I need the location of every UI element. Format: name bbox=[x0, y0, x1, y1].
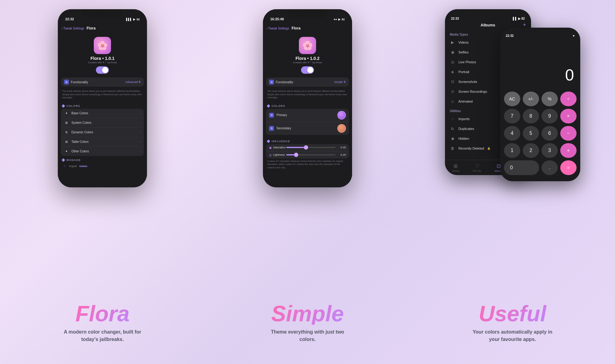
calc-btn-percent[interactable]: % bbox=[542, 92, 558, 106]
func-mode-2[interactable]: Simple ⇅ bbox=[334, 80, 346, 84]
animated-label: Animated bbox=[458, 100, 473, 103]
color-row-primary[interactable]: ⊞ Primary bbox=[266, 109, 349, 122]
status-time-2: 16:25:48 bbox=[270, 17, 284, 21]
lightness-thumb[interactable] bbox=[294, 153, 298, 157]
calc-btn-6[interactable]: 6 bbox=[542, 126, 558, 141]
simple-big-label: Simple bbox=[271, 303, 344, 325]
functionality-row-2[interactable]: ⊞ Functionality Simple ⇅ bbox=[266, 77, 349, 87]
system-colors-icon: ⊞ bbox=[64, 120, 69, 125]
bottom-panel-flora: Flora A modern color changer, built for … bbox=[0, 296, 205, 364]
list-item-other-colors[interactable]: ✦ Other Colors › bbox=[61, 147, 144, 156]
main-toggle-1[interactable] bbox=[96, 66, 109, 74]
nav-bar-2[interactable]: ‹ Tweak Settings Flora bbox=[263, 23, 352, 34]
calc-btn-2[interactable]: 2 bbox=[523, 143, 539, 158]
color-row-secondary[interactable]: ⊞ Secondary bbox=[266, 122, 349, 135]
panel-flora: 22:32 ▌▌▌ ▶ 82 ‹ Tweak Settings Flora bbox=[0, 0, 205, 296]
bottom-panel-simple: Simple Theme everything with just two co… bbox=[205, 296, 410, 364]
useful-big-label: Useful bbox=[479, 303, 546, 325]
nav-title-2: Flora bbox=[292, 26, 300, 30]
hidden-label: Hidden bbox=[458, 137, 469, 140]
status-time-1: 22:32 bbox=[65, 17, 74, 21]
calc-btn-3[interactable]: 3 bbox=[542, 143, 558, 158]
recently-deleted-icon: 🗑 bbox=[450, 146, 455, 151]
livephotos-icon: ◎ bbox=[450, 59, 455, 65]
base-colors-icon: ✦ bbox=[64, 111, 69, 116]
func-icon-1: ⊞ bbox=[64, 80, 69, 84]
videos-icon: ▶ bbox=[450, 40, 455, 45]
list-item-system-colors[interactable]: ⊞ System Colors › bbox=[61, 118, 144, 128]
func-icon-2: ⊞ bbox=[269, 80, 274, 84]
func-mode-1[interactable]: Advanced ⇅ bbox=[125, 80, 141, 84]
phone-frame-2: 16:25:48 ●● ▶ 82 ‹ Tweak Settings Flora bbox=[263, 9, 352, 187]
panel-simple: 16:25:48 ●● ▶ 82 ‹ Tweak Settings Flora bbox=[205, 0, 410, 296]
calc-btn-divide[interactable]: ÷ bbox=[560, 92, 577, 106]
functionality-row-1[interactable]: ⊞ Functionality Advanced ⇅ bbox=[61, 77, 144, 87]
status-bar-1: 22:32 ▌▌▌ ▶ 82 bbox=[58, 9, 147, 23]
secondary-icon: ⊞ bbox=[269, 126, 274, 131]
nav-title-1: Flora bbox=[86, 26, 95, 30]
other-colors-icon: ✦ bbox=[64, 149, 69, 154]
toggle-container-2[interactable] bbox=[301, 66, 314, 75]
nav-bar-1[interactable]: ‹ Tweak Settings Flora bbox=[58, 23, 147, 34]
screenrecordings-label: Screen Recordings bbox=[458, 90, 487, 93]
other-colors-label: Other Colors bbox=[71, 150, 89, 153]
calc-btn-7[interactable]: 7 bbox=[504, 109, 520, 123]
bottom-section: Flora A modern color changer, built for … bbox=[0, 296, 615, 364]
calc-btn-multiply[interactable]: × bbox=[560, 109, 577, 123]
lightness-track[interactable] bbox=[286, 154, 335, 155]
saturation-value: 0.40 bbox=[337, 146, 346, 149]
secondary-swatch[interactable] bbox=[337, 124, 346, 133]
calc-btn-9[interactable]: 9 bbox=[542, 109, 558, 123]
nav-back-1[interactable]: ‹ Tweak Settings bbox=[62, 27, 84, 30]
photos-add-button[interactable]: + bbox=[523, 22, 526, 28]
portrait-icon: ◈ bbox=[450, 69, 455, 75]
toggle-knob-1 bbox=[102, 67, 108, 73]
saturation-thumb[interactable] bbox=[304, 145, 308, 150]
primary-swatch[interactable] bbox=[337, 111, 346, 119]
calc-btn-add[interactable]: + bbox=[560, 143, 577, 158]
calc-btn-decimal[interactable]: . bbox=[542, 160, 558, 175]
dynamic-colors-icon: ⇅ bbox=[64, 130, 69, 135]
nav-back-2[interactable]: ‹ Tweak Settings bbox=[267, 27, 289, 30]
colors-list-1: ✦ Base Colors › ⊞ System Colors › bbox=[61, 109, 144, 156]
influence-section: INFLUENCE ◉ Saturation bbox=[266, 137, 349, 171]
calc-btn-4[interactable]: 4 bbox=[504, 126, 520, 141]
saturation-track[interactable] bbox=[286, 147, 335, 148]
list-item-dynamic-colors[interactable]: ⇅ Dynamic Colors › bbox=[61, 128, 144, 137]
tab-library[interactable]: ⊞ Library bbox=[445, 160, 466, 175]
flora-app-subtitle-1: Created with ✦♡ by Rosie bbox=[88, 61, 117, 64]
calc-btn-subtract[interactable]: − bbox=[560, 126, 577, 141]
tab-for-you[interactable]: ♡ For You bbox=[466, 160, 488, 175]
calc-btn-equals[interactable]: = bbox=[560, 160, 577, 175]
duplicates-icon: ⧉ bbox=[450, 126, 455, 131]
panel-useful: 22:33 ▌▌ ▶ 82 Albums + Media Types ▶ Vid… bbox=[410, 0, 615, 296]
import-row-1[interactable]: ↑ Import Colors bbox=[61, 162, 144, 170]
phone-screen-2: 16:25:48 ●● ▶ 82 ‹ Tweak Settings Flora bbox=[263, 9, 352, 187]
photos-status-icons: ▌▌ ▶ 82 bbox=[513, 17, 525, 20]
calc-display: 0 bbox=[500, 39, 580, 89]
list-item-table-colors[interactable]: ⊞ Table Colors › bbox=[61, 137, 144, 147]
phone-frame-1: 22:32 ▌▌▌ ▶ 82 ‹ Tweak Settings Flora bbox=[58, 9, 147, 187]
portrait-label: Portrait bbox=[458, 70, 469, 74]
flora-app-icon-1: 🌸 bbox=[94, 37, 111, 54]
calc-btn-5[interactable]: 5 bbox=[523, 126, 539, 141]
videos-label: Videos bbox=[458, 41, 469, 44]
calc-btn-ac[interactable]: AC bbox=[504, 92, 520, 106]
calc-btn-8[interactable]: 8 bbox=[523, 109, 539, 123]
func-label-text-1: Functionality bbox=[71, 80, 88, 84]
animated-icon: ◇ bbox=[450, 99, 455, 104]
main-toggle-2[interactable] bbox=[301, 66, 314, 74]
flora-big-label: Flora bbox=[75, 303, 129, 325]
list-item-base-colors[interactable]: ✦ Base Colors › bbox=[61, 109, 144, 118]
calc-btn-plusminus[interactable]: +/- bbox=[523, 92, 539, 106]
imports-icon: ↑ bbox=[450, 116, 455, 122]
desc-text-1: The mode selector above allows you to pi… bbox=[61, 88, 144, 101]
screen-content-1: 🌸 Flora • 1.0.1 Created with ✦♡ by Rosie… bbox=[58, 34, 147, 187]
toggle-container-1[interactable] bbox=[96, 66, 109, 75]
status-icons-1: ▌▌▌ ▶ 82 bbox=[126, 18, 140, 21]
dynamic-colors-chevron: › bbox=[140, 131, 141, 134]
calc-btn-1[interactable]: 1 bbox=[504, 143, 520, 158]
phone-front-calc: 22:32 ♥ 0 AC +/- % ÷ 7 8 bbox=[500, 28, 580, 181]
table-colors-icon: ⊞ bbox=[64, 139, 69, 144]
calc-btn-0[interactable]: 0 bbox=[504, 160, 539, 175]
